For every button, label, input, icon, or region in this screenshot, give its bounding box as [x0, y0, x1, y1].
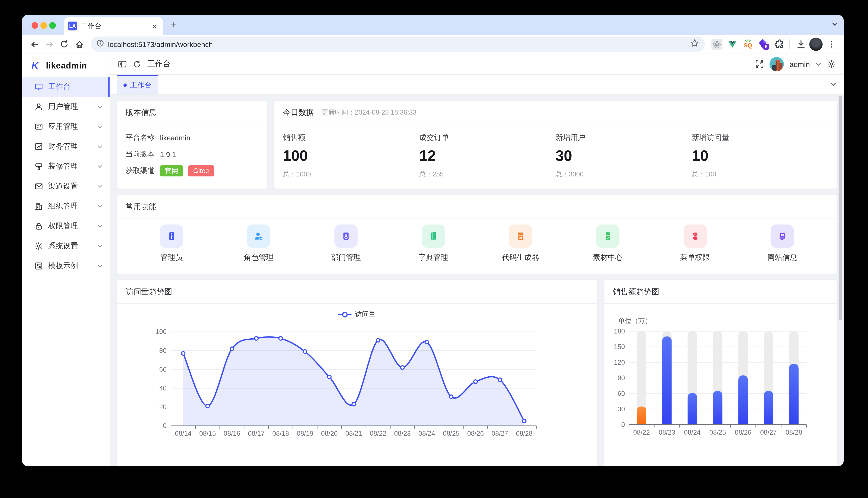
logo[interactable]: K likeadmin	[22, 54, 110, 77]
legend-marker-icon	[338, 311, 352, 318]
extension-react-devtools-icon[interactable]	[710, 37, 724, 51]
official-site-button[interactable]: 官网	[160, 165, 183, 176]
function-item-code-generator[interactable]: 代码生成器	[477, 224, 564, 263]
svg-text:0: 0	[621, 421, 625, 429]
sidebar-item-gear[interactable]: 系统设置	[22, 236, 110, 256]
traffic-light-close[interactable]	[31, 22, 38, 29]
role-user-gear-icon	[247, 224, 270, 248]
sidebar-item-monitor[interactable]: 工作台	[22, 77, 110, 97]
toolbar-divider	[789, 39, 790, 49]
forward-icon[interactable]	[43, 38, 56, 51]
svg-text:08/27: 08/27	[760, 429, 777, 436]
bookmark-star-icon[interactable]	[690, 39, 699, 50]
screenshot-stage: LA 工作台 × + localhost:5173/admin/w	[0, 0, 868, 498]
tag-workbench[interactable]: 工作台	[117, 75, 158, 94]
user-avatar[interactable]	[769, 57, 784, 71]
reload-icon[interactable]	[58, 38, 71, 51]
function-item-role-user-gear[interactable]: 角色管理	[215, 224, 303, 263]
function-item-department-card[interactable]: 部门管理	[303, 224, 390, 263]
svg-text:08/25: 08/25	[709, 429, 726, 436]
function-item-menu-auth[interactable]: 菜单权限	[651, 224, 739, 263]
function-label: 代码生成器	[502, 253, 539, 263]
home-icon[interactable]	[73, 38, 86, 51]
sidebar-item-label: 财务管理	[48, 142, 78, 152]
user-menu-chevron-icon[interactable]	[815, 61, 822, 67]
breadcrumb: 工作台	[147, 59, 170, 69]
app-area: K likeadmin 工作台用户管理应用管理财务管理装修管理渠道设置组织管理权…	[22, 54, 844, 466]
extension-gem-badge-icon[interactable]: 5	[756, 37, 770, 51]
sidebar-item-template[interactable]: 模板示例	[22, 256, 110, 276]
sidebar-menu: 工作台用户管理应用管理财务管理装修管理渠道设置组织管理权限管理系统设置模板示例	[22, 77, 110, 276]
top-navbar: 工作台 admin	[110, 54, 844, 75]
unit-label: 单位（万）	[618, 316, 837, 326]
svg-text:120: 120	[614, 359, 625, 366]
sidebar-item-envelope[interactable]: 渠道设置	[22, 176, 110, 196]
sidebar-item-lock[interactable]: 权限管理	[22, 216, 110, 236]
svg-text:08/22: 08/22	[370, 430, 386, 437]
extension-vue-devtools-icon[interactable]	[725, 37, 739, 51]
new-tab-button[interactable]: +	[167, 18, 180, 31]
gitee-button[interactable]: Gitee	[188, 165, 214, 176]
function-item-admin-badge[interactable]: 管理员	[128, 224, 215, 263]
downloads-icon[interactable]	[794, 37, 808, 51]
extension-sq-icon[interactable]: SQ	[741, 37, 755, 51]
collapse-sidebar-icon[interactable]	[118, 60, 127, 68]
visits-chart-title: 访问量趋势图	[126, 287, 172, 297]
sidebar-item-app-window[interactable]: 应用管理	[22, 117, 110, 136]
url-bar[interactable]: localhost:5173/admin/workbench	[91, 37, 705, 52]
sidebar-item-label: 应用管理	[48, 122, 78, 132]
function-label: 字典管理	[418, 253, 448, 263]
stat-total: 总：1000	[283, 170, 419, 179]
username[interactable]: admin	[789, 60, 810, 68]
sidebar-item-label: 用户管理	[48, 102, 78, 112]
fullscreen-icon[interactable]	[755, 60, 764, 68]
svg-text:90: 90	[618, 374, 625, 382]
browser-menu-kebab-icon[interactable]	[824, 37, 838, 51]
settings-gear-icon[interactable]	[827, 60, 836, 68]
scrollbar-thumb[interactable]	[839, 95, 842, 320]
svg-text:100: 100	[155, 328, 167, 336]
function-item-material-center[interactable]: 素材中心	[564, 224, 651, 263]
back-icon[interactable]	[28, 38, 41, 51]
svg-text:180: 180	[614, 328, 625, 335]
current-version-row: 当前版本 1.9.1	[126, 148, 258, 160]
browser-profile-avatar[interactable]	[809, 38, 822, 51]
sidebar-item-label: 装修管理	[48, 161, 78, 172]
sidebar-item-paint-roller[interactable]: 装修管理	[22, 156, 110, 176]
svg-text:08/23: 08/23	[659, 429, 675, 436]
sidebar-item-user[interactable]: 用户管理	[22, 97, 110, 117]
browser-tab[interactable]: LA 工作台 ×	[64, 17, 163, 35]
legend-label: 访问量	[355, 310, 376, 319]
stat-value: 10	[692, 148, 828, 165]
function-item-dictionary-book[interactable]: 字典管理	[390, 224, 477, 263]
extensions-puzzle-icon[interactable]	[772, 37, 786, 51]
tab-close-icon[interactable]: ×	[150, 22, 159, 30]
svg-text:08/23: 08/23	[394, 430, 411, 437]
tags-chevron-icon[interactable]	[830, 75, 837, 94]
function-label: 部门管理	[331, 253, 361, 263]
sidebar-item-finance-chart[interactable]: 财务管理	[22, 136, 110, 156]
page-tags-row: 工作台	[110, 75, 844, 94]
logo-text: likeadmin	[46, 61, 87, 70]
stat-column: 新增访问量10总：100	[692, 133, 828, 179]
visits-legend[interactable]: 访问量	[117, 310, 597, 319]
svg-text:08/14: 08/14	[175, 430, 192, 437]
tab-favicon: LA	[68, 22, 77, 30]
tab-search-chevron-icon[interactable]	[831, 21, 838, 27]
chevron-down-icon	[97, 183, 103, 189]
chevron-down-icon	[97, 203, 103, 209]
sidebar-item-building[interactable]: 组织管理	[22, 196, 110, 216]
traffic-light-minimize[interactable]	[40, 22, 47, 29]
svg-text:08/19: 08/19	[297, 430, 313, 437]
svg-text:08/18: 08/18	[272, 430, 289, 437]
site-info-icon[interactable]	[96, 39, 104, 49]
function-item-website-info[interactable]: 网站信息	[739, 224, 826, 263]
sidebar-item-label: 工作台	[48, 82, 71, 92]
svg-text:08/17: 08/17	[248, 430, 265, 437]
stat-label: 成交订单	[419, 133, 556, 143]
traffic-light-zoom[interactable]	[49, 22, 56, 29]
refresh-page-icon[interactable]	[133, 60, 141, 68]
url-text[interactable]: localhost:5173/admin/workbench	[108, 40, 690, 49]
svg-text:150: 150	[614, 343, 625, 351]
svg-text:08/28: 08/28	[516, 430, 533, 437]
